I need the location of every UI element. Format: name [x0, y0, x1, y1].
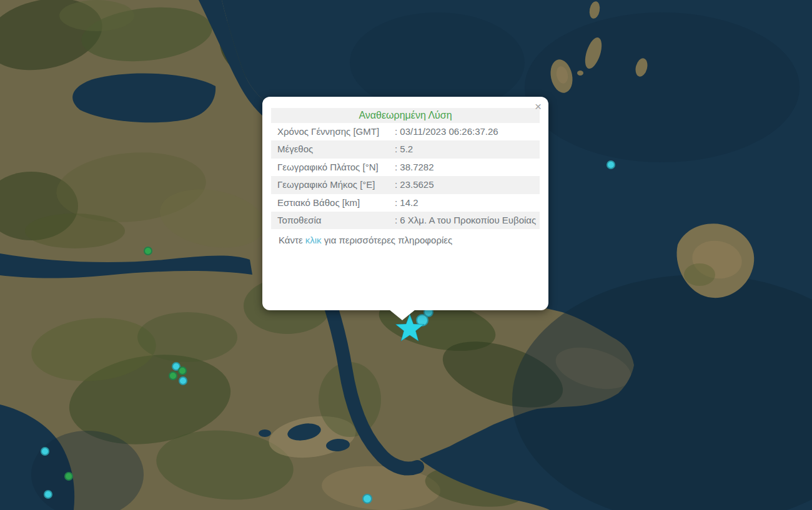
- table-row: Γεωγραφικό Πλάτος [°N] : 38.7282: [271, 159, 540, 176]
- earthquake-dot[interactable]: [169, 371, 177, 380]
- popup-title: Αναθεωρημένη Λύση: [271, 108, 540, 123]
- earthquake-dot[interactable]: [144, 247, 152, 255]
- popup-tail: [389, 310, 415, 320]
- row-label-origin-time: Χρόνος Γέννησης [GMT]: [277, 125, 394, 138]
- table-row: Μέγεθος : 5.2: [271, 140, 540, 158]
- row-value-latitude: : 38.7282: [394, 161, 540, 174]
- map-viewport[interactable]: × Αναθεωρημένη Λύση Χρόνος Γέννησης [GMT…: [0, 0, 812, 510]
- more-info-link[interactable]: κλικ: [305, 235, 322, 245]
- row-value-origin-time: : 03/11/2023 06:26:37.26: [394, 125, 540, 138]
- popup-footer: Κάντε κλικ για περισσότερες πληροφορίες: [271, 235, 540, 245]
- earthquake-popup: × Αναθεωρημένη Λύση Χρόνος Γέννησης [GMT…: [262, 97, 548, 310]
- close-icon[interactable]: ×: [535, 101, 542, 112]
- earthquake-dot[interactable]: [178, 366, 187, 375]
- row-label-location: Τοποθεσία: [277, 214, 394, 227]
- earthquake-dot[interactable]: [179, 376, 187, 385]
- row-label-latitude: Γεωγραφικό Πλάτος [°N]: [277, 161, 394, 174]
- earthquake-dot[interactable]: [41, 447, 49, 456]
- earthquake-dot[interactable]: [362, 494, 372, 504]
- table-row: Γεωγραφικό Μήκος [°E] : 23.5625: [271, 176, 540, 194]
- earthquake-dot[interactable]: [44, 490, 52, 499]
- table-row: Χρόνος Γέννησης [GMT] : 03/11/2023 06:26…: [271, 123, 540, 140]
- row-value-location: : 6 Χλμ. Α του Προκοπίου Ευβοίας: [394, 214, 540, 227]
- footer-text-suffix: για περισσότερες πληροφορίες: [322, 235, 453, 245]
- footer-text-prefix: Κάντε: [279, 235, 305, 245]
- earthquake-dot[interactable]: [64, 472, 73, 481]
- table-row: Εστιακό Βάθος [km] : 14.2: [271, 194, 540, 212]
- row-value-longitude: : 23.5625: [394, 179, 540, 191]
- earthquake-dot[interactable]: [607, 160, 615, 169]
- row-value-magnitude: : 5.2: [394, 143, 540, 155]
- row-label-longitude: Γεωγραφικό Μήκος [°E]: [277, 179, 394, 191]
- table-row: Τοποθεσία : 6 Χλμ. Α του Προκοπίου Ευβοί…: [271, 212, 540, 229]
- row-label-depth: Εστιακό Βάθος [km]: [277, 197, 394, 209]
- row-value-depth: : 14.2: [394, 197, 540, 209]
- row-label-magnitude: Μέγεθος: [277, 143, 394, 155]
